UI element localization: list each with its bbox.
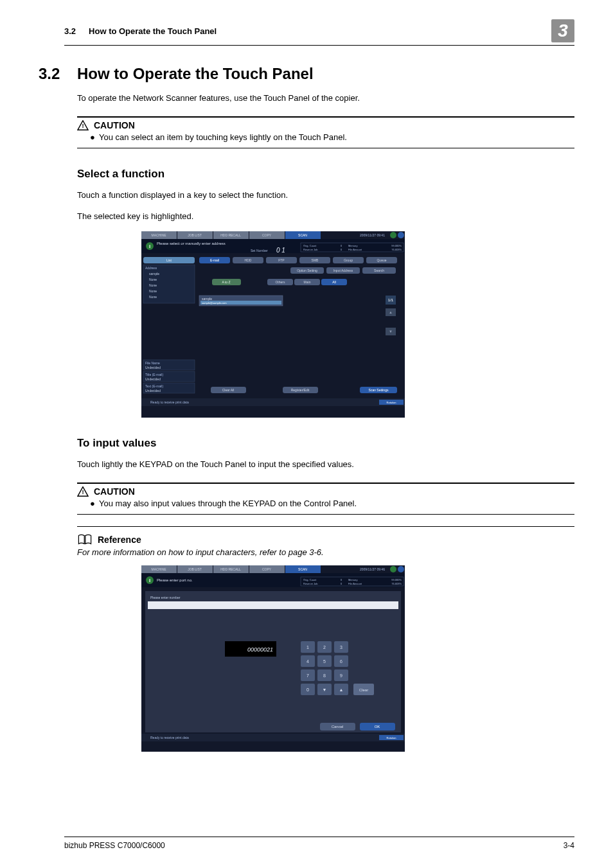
touch-panel-screenshot-2: MACHINE JOB LIST HDD RECALL COPY SCAN 20… (141, 565, 574, 752)
select-p1: Touch a function displayed in a key to s… (77, 189, 574, 202)
caution-box-2: ! CAUTION ●You may also input values thr… (77, 483, 574, 515)
header-section-title: How to Operate the Touch Panel (89, 26, 551, 36)
svg-text:99.000%: 99.000% (391, 578, 402, 581)
section-title: How to Operate the Touch Panel (77, 65, 314, 83)
svg-text:SCAN: SCAN (298, 233, 307, 237)
svg-text:FTP: FTP (278, 258, 285, 262)
svg-text:i: i (149, 578, 150, 583)
svg-text:8: 8 (323, 673, 326, 678)
svg-text:None: None (149, 278, 157, 281)
svg-text:Please select or manually ente: Please select or manually enter address (157, 242, 226, 245)
header-section-num: 3.2 (64, 26, 76, 36)
svg-text:Search: Search (374, 269, 384, 272)
svg-text:Cancel: Cancel (332, 725, 344, 729)
svg-text:List: List (166, 258, 172, 262)
svg-text:Undecided: Undecided (145, 389, 161, 393)
svg-text:None: None (149, 283, 157, 287)
svg-text:!: ! (82, 123, 84, 130)
caution-text: You can select an item by touching keys … (99, 132, 347, 142)
svg-text:2: 2 (323, 645, 326, 650)
svg-text:Text (E-mail): Text (E-mail) (145, 384, 163, 388)
svg-text:Others: Others (275, 280, 285, 284)
svg-text:Address: Address (145, 266, 157, 270)
svg-text:6: 6 (340, 659, 342, 664)
svg-text:0: 0 (306, 687, 309, 692)
caution-text: You may also input values through the KE… (99, 499, 357, 508)
svg-text:Rotation: Rotation (387, 401, 396, 404)
svg-text:Undecided: Undecided (145, 377, 161, 381)
svg-text:Set Number: Set Number (251, 249, 268, 252)
svg-text:Title (E-mail): Title (E-mail) (145, 373, 163, 376)
svg-text:COPY: COPY (262, 567, 272, 571)
svg-text:i: i (149, 244, 150, 249)
divider (77, 526, 574, 527)
svg-text:COPY: COPY (262, 233, 272, 237)
svg-text:E-mail: E-mail (210, 258, 219, 262)
touch-panel-screenshot-1: MACHINE JOB LIST HDD RECALL COPY SCAN 20… (141, 231, 574, 418)
svg-text:Please enter number: Please enter number (150, 596, 181, 599)
svg-text:5: 5 (323, 659, 326, 664)
subhead-select: Select a function (77, 168, 574, 181)
svg-text:2009/11/27 09:41: 2009/11/27 09:41 (360, 233, 385, 237)
svg-text:MACHINE: MACHINE (151, 567, 166, 571)
svg-text:File Amount: File Amount (348, 248, 362, 251)
svg-text:OK: OK (375, 725, 380, 729)
svg-text:Ready to receive print data: Ready to receive print data (150, 736, 189, 740)
svg-text:9: 9 (340, 673, 342, 678)
section-num: 3.2 (39, 65, 77, 83)
svg-text:All: All (332, 280, 336, 284)
svg-text:Queue: Queue (377, 258, 386, 262)
svg-text:Undecided: Undecided (145, 366, 161, 369)
svg-text:HDD: HDD (245, 258, 252, 262)
caution-label: CAUTION (94, 486, 135, 497)
page-footer: bizhub PRESS C7000/C6000 3-4 (64, 837, 574, 850)
page-header: 3.2 How to Operate the Touch Panel 3 (64, 19, 574, 46)
chapter-box: 3 (551, 19, 574, 42)
svg-text:SMB: SMB (312, 258, 319, 262)
svg-text:HDD RECALL: HDD RECALL (220, 567, 241, 571)
reference-head: Reference (77, 533, 574, 546)
svg-text:4: 4 (306, 659, 309, 664)
svg-text:sample: sample (202, 297, 212, 301)
svg-text:!: ! (82, 488, 84, 495)
svg-text:Memory: Memory (348, 578, 357, 581)
svg-text:sample@sample.com: sample@sample.com (202, 301, 227, 305)
svg-text:99.000%: 99.000% (391, 244, 402, 247)
svg-text:SCAN: SCAN (298, 567, 307, 571)
svg-text:A to Z: A to Z (222, 280, 230, 284)
svg-text:HDD RECALL: HDD RECALL (220, 233, 241, 237)
svg-text:3: 3 (340, 645, 342, 650)
svg-rect-122 (145, 591, 401, 732)
svg-text:Reserve Job: Reserve Job (303, 248, 318, 251)
svg-text:JOB LIST: JOB LIST (188, 233, 202, 237)
section-heading: 3.2 How to Operate the Touch Panel (39, 65, 574, 83)
svg-text:00000021: 00000021 (247, 646, 273, 653)
subhead-input: To input values (77, 437, 574, 450)
svg-text:0 1: 0 1 (276, 247, 285, 254)
reference-text: For more information on how to input cha… (77, 547, 574, 557)
svg-text:Clear: Clear (359, 688, 368, 692)
select-p2: The selected key is highlighted. (77, 210, 574, 223)
svg-text:Input Address: Input Address (333, 269, 353, 272)
svg-text:Clear All: Clear All (222, 388, 235, 392)
svg-text:▼: ▼ (323, 687, 327, 692)
footer-product: bizhub PRESS C7000/C6000 (64, 841, 165, 850)
svg-text:Memory: Memory (348, 244, 357, 247)
svg-text:1/1: 1/1 (388, 298, 394, 302)
svg-text:▲: ▲ (389, 310, 393, 314)
svg-text:Main: Main (304, 280, 311, 284)
svg-point-108 (398, 566, 404, 572)
svg-text:Please enter port no.: Please enter port no. (157, 578, 193, 582)
svg-text:Scan Settings: Scan Settings (369, 388, 389, 392)
svg-text:Option Setting: Option Setting (297, 269, 317, 272)
reference-label: Reference (98, 535, 141, 545)
svg-text:MACHINE: MACHINE (151, 233, 166, 237)
caution-box-1: ! CAUTION ●You can select an item by tou… (77, 116, 574, 148)
svg-text:Group: Group (344, 258, 353, 262)
warning-icon: ! (77, 120, 89, 130)
svg-point-13 (390, 232, 396, 238)
svg-text:File Amount: File Amount (348, 582, 362, 585)
svg-text:7: 7 (306, 673, 309, 678)
caution-label: CAUTION (94, 120, 135, 130)
svg-rect-124 (148, 601, 398, 609)
